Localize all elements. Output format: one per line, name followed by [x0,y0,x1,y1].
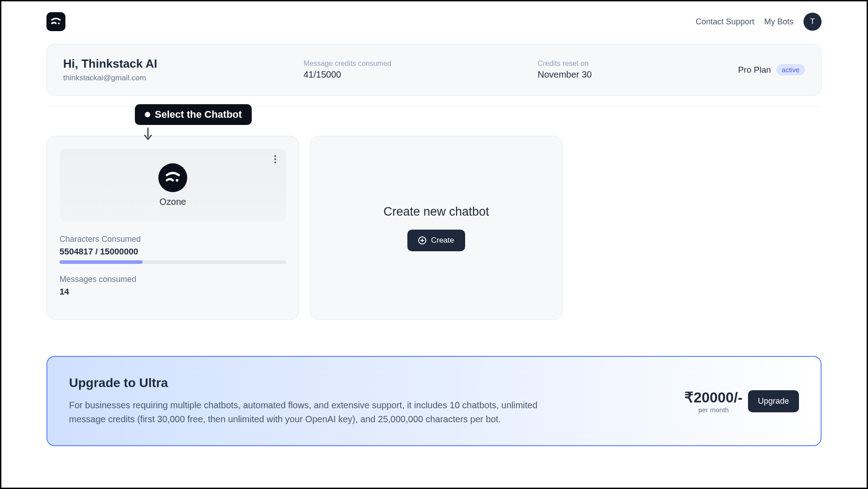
thinkstack-logo-icon [50,16,62,28]
messages-consumed-label: Messages consumed [60,275,286,284]
credits-reset-label: Credits reset on [538,60,592,68]
svg-point-0 [58,23,60,24]
create-chatbot-card: Create new chatbot Create [310,136,563,320]
chatbot-avatar [158,163,187,192]
credits-reset-value: November 30 [538,69,592,80]
greeting-text: Hi, Thinkstack AI [63,57,157,71]
contact-support-link[interactable]: Contact Support [696,17,754,27]
tooltip-dot-icon [145,112,150,117]
chatbot-card[interactable]: Ozone Characters Consumed 5504817 / 1500… [46,136,299,320]
thinkstack-logo-icon [164,169,181,186]
upgrade-description: For businesses requiring multiple chatbo… [69,398,547,426]
credits-consumed-label: Message credits consumed [304,60,392,68]
credits-consumed-value: 41/15000 [304,69,392,80]
plan-name: Pro Plan [738,65,771,75]
upgrade-banner: Upgrade to Ultra For businesses requirin… [46,356,822,446]
create-button[interactable]: Create [407,230,465,251]
create-button-label: Create [431,236,454,245]
characters-consumed-label: Characters Consumed [60,235,286,244]
my-bots-link[interactable]: My Bots [764,17,794,27]
app-logo[interactable] [46,12,65,31]
messages-consumed-value: 14 [60,287,286,297]
chatbot-name: Ozone [160,197,186,207]
user-avatar[interactable]: T [803,13,822,31]
characters-consumed-value: 5504817 / 15000000 [60,247,286,257]
arrow-down-icon [142,128,154,141]
upgrade-title: Upgrade to Ultra [69,376,547,390]
tooltip-text: Select the Chatbot [155,109,242,120]
chatbot-tile: Ozone [60,149,286,221]
upgrade-button[interactable]: Upgrade [748,390,799,412]
upgrade-period: per month [684,406,743,414]
plan-status-badge: active [776,64,805,75]
account-summary-bar: Hi, Thinkstack AI thinkstackai@gmail.com… [46,44,822,96]
upgrade-price: ₹20000/- [684,389,743,406]
svg-point-2 [176,179,179,181]
kebab-menu-icon[interactable] [274,155,276,163]
onboarding-tooltip: Select the Chatbot [46,107,822,134]
characters-progress-bar [60,260,286,264]
create-chatbot-title: Create new chatbot [383,205,489,219]
top-navigation: Contact Support My Bots T [46,12,822,44]
plus-circle-icon [418,236,426,244]
account-email: thinkstackai@gmail.com [63,74,157,83]
